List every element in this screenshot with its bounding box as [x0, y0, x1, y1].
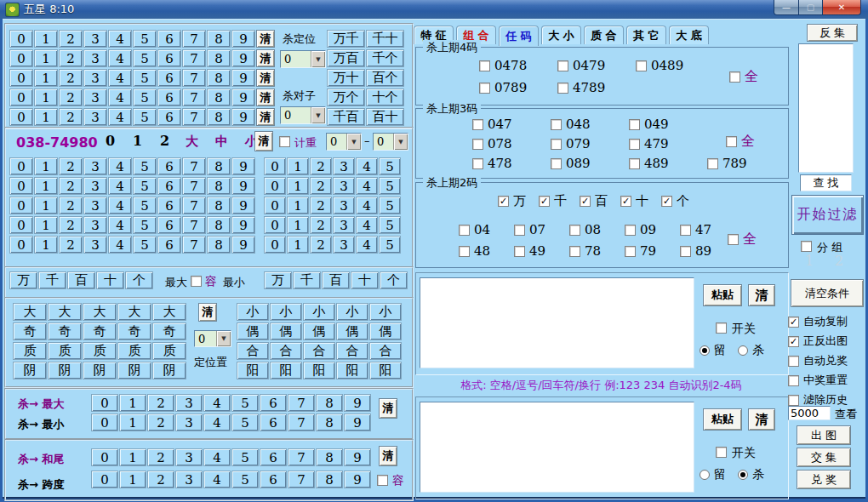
digit-button[interactable]: 9	[344, 471, 371, 488]
switch-checkbox-1[interactable]	[716, 322, 727, 334]
attr-yang-button[interactable]: 阳	[237, 362, 269, 379]
digit-button[interactable]: 1	[34, 197, 58, 214]
attr-small-button[interactable]: 小	[270, 303, 302, 321]
search-button[interactable]: 查 找	[800, 174, 852, 191]
digit-button[interactable]: 8	[207, 157, 231, 175]
kill4-checkbox[interactable]: 4789	[557, 80, 636, 95]
digit-button[interactable]: 1	[34, 108, 58, 126]
digit-button[interactable]: 2	[59, 88, 83, 106]
checkbox[interactable]	[728, 234, 739, 245]
digit-button[interactable]: 1	[287, 216, 309, 234]
attr-small-button[interactable]: 小	[303, 303, 335, 321]
checkbox[interactable]	[726, 136, 737, 147]
kill4-select-all[interactable]: 全	[729, 68, 758, 86]
tail-rong-checkbox[interactable]	[377, 475, 388, 486]
clear-selection-button[interactable]: 清	[254, 131, 273, 151]
digit-button[interactable]: 2	[59, 177, 83, 195]
kill-position-select[interactable]: 0 ▼	[280, 50, 326, 68]
digit-button[interactable]: 3	[333, 236, 355, 254]
reverse-set-button[interactable]: 反 集	[807, 24, 858, 42]
dropdown-arrow-icon[interactable]: ▼	[216, 331, 231, 346]
digit-button[interactable]: 0	[9, 216, 33, 234]
digit-button[interactable]: 5	[379, 157, 401, 175]
kill3-checkbox[interactable]: 478	[472, 156, 551, 171]
position-button[interactable]: 个	[380, 271, 408, 289]
kill3-checkbox[interactable]: 079	[551, 136, 629, 151]
digit-button[interactable]: 3	[175, 414, 203, 431]
kill2-checkbox[interactable]: 09	[625, 222, 680, 237]
digit-button[interactable]: 8	[316, 448, 343, 466]
digit-button[interactable]: 2	[147, 414, 174, 431]
digit-button[interactable]: 0	[9, 197, 33, 214]
checkbox[interactable]	[629, 158, 640, 169]
attr-odd-button[interactable]: 奇	[48, 322, 82, 340]
position-checkbox[interactable]: ✓千	[539, 193, 580, 209]
digit-button[interactable]: 9	[231, 108, 255, 126]
digit-button[interactable]: 4	[108, 30, 132, 48]
checkbox[interactable]	[472, 139, 483, 150]
digit-button[interactable]: 5	[379, 216, 401, 234]
checkbox[interactable]	[625, 246, 636, 257]
digit-button[interactable]: 8	[207, 30, 231, 48]
digit-button[interactable]: 2	[147, 471, 174, 488]
digit-button[interactable]: 8	[207, 197, 231, 214]
view-label[interactable]: 查看	[835, 407, 857, 422]
digit-button[interactable]: 1	[34, 88, 58, 106]
digit-button[interactable]: 0	[9, 49, 33, 67]
attr-prime-button[interactable]: 质	[83, 342, 117, 360]
digit-button[interactable]: 1	[287, 177, 309, 195]
digit-button[interactable]: 4	[108, 88, 132, 106]
checkbox[interactable]	[636, 60, 647, 71]
digit-button[interactable]: 0	[264, 236, 286, 254]
attr-odd-button[interactable]: 奇	[13, 322, 47, 340]
digit-button[interactable]: 6	[260, 471, 287, 488]
attr-even-button[interactable]: 偶	[237, 322, 269, 340]
checkbox[interactable]	[629, 119, 640, 130]
digit-button[interactable]: 6	[260, 394, 287, 412]
digit-button[interactable]: 9	[344, 414, 371, 431]
digit-button[interactable]: 5	[379, 197, 401, 214]
attr-composite-button[interactable]: 合	[369, 342, 402, 360]
digit-button[interactable]: 4	[108, 177, 132, 195]
digit-button[interactable]: 3	[83, 30, 107, 48]
clear-attr-button[interactable]: 清	[198, 303, 217, 322]
digit-button[interactable]: 4	[356, 157, 378, 175]
position-button[interactable]: 千	[293, 271, 321, 289]
digit-button[interactable]: 1	[287, 197, 309, 214]
digit-button[interactable]: 7	[182, 69, 206, 87]
checkbox[interactable]	[680, 225, 691, 236]
digit-button[interactable]: 4	[203, 394, 231, 412]
digit-button[interactable]: 1	[34, 49, 58, 67]
switch-checkbox-2[interactable]	[716, 447, 727, 458]
position-checkbox[interactable]: ✓个	[661, 193, 702, 209]
position-button[interactable]: 万	[9, 271, 37, 289]
minimize-button[interactable]: —	[774, 0, 799, 15]
digit-button[interactable]: 2	[310, 216, 332, 234]
digit-button[interactable]: 9	[344, 448, 371, 466]
digit-button[interactable]: 8	[207, 88, 231, 106]
kill4-checkbox[interactable]: 0479	[557, 58, 636, 73]
digit-button[interactable]: 6	[157, 157, 181, 175]
attr-big-button[interactable]: 大	[117, 303, 151, 321]
attr-big-button[interactable]: 大	[48, 303, 82, 321]
position-button[interactable]: 万	[264, 271, 292, 289]
digit-button[interactable]: 2	[59, 108, 83, 126]
digit-button[interactable]: 2	[310, 157, 332, 175]
attr-yin-button[interactable]: 阴	[152, 362, 186, 379]
digit-button[interactable]: 3	[333, 197, 355, 214]
kill3-checkbox[interactable]: 047	[472, 117, 551, 132]
close-button[interactable]: ✕	[823, 0, 861, 15]
checkbox[interactable]	[459, 225, 470, 236]
tab-qita[interactable]: 其 它	[626, 26, 666, 44]
checkbox[interactable]	[680, 246, 691, 257]
redeem-button[interactable]: 兑 奖	[797, 470, 851, 489]
digit-button[interactable]: 4	[108, 216, 132, 234]
digit-button[interactable]: 9	[231, 88, 255, 106]
digit-button[interactable]: 5	[231, 471, 259, 488]
digit-button[interactable]: 2	[59, 197, 83, 214]
kill4-checkbox[interactable]: 0478	[479, 58, 557, 73]
kill4-checkbox[interactable]: 0789	[479, 80, 557, 95]
kill3-select-all[interactable]: 全	[726, 133, 755, 151]
checkbox[interactable]	[788, 395, 799, 406]
digit-button[interactable]: 1	[287, 236, 309, 254]
